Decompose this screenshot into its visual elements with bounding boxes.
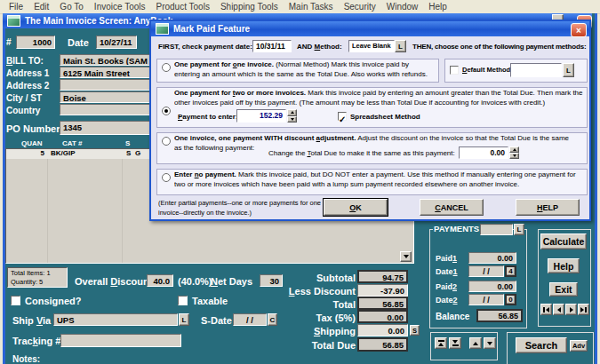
scroll-top-icon[interactable]	[435, 337, 447, 349]
scroll-down-icon[interactable]	[400, 251, 412, 262]
total-due-field: 56.85	[357, 337, 408, 352]
spinner-down-icon[interactable]	[509, 153, 519, 159]
payment-method-field[interactable]	[480, 224, 513, 235]
total-label: Total	[283, 299, 356, 310]
ship-via-field[interactable]: UPS	[53, 313, 178, 326]
option2-radio[interactable]	[162, 107, 171, 115]
change-total-due-input[interactable]: 0.00	[459, 146, 508, 159]
payment-spinner[interactable]	[287, 109, 297, 123]
tracking-field[interactable]	[60, 334, 181, 347]
consigned-label: Consigned?	[25, 296, 82, 306]
city-state-label: City / ST	[6, 93, 42, 103]
date1-field[interactable]: / /	[468, 265, 504, 277]
invoice-date-field[interactable]: 10/27/11	[96, 36, 137, 49]
menu-bar: File Edit Go To Invoice Tools Product To…	[0, 0, 600, 14]
method-dropdown[interactable]: Leave Blank	[348, 40, 395, 52]
cancel-button[interactable]: CANCEL	[420, 199, 484, 216]
overall-discount-field[interactable]: 40.0	[147, 274, 173, 287]
ship-via-lookup-button[interactable]: L	[179, 313, 189, 326]
scroll-down-btn-icon[interactable]	[484, 337, 496, 349]
spreadsheet-method-label: Spreadsheet Method	[350, 113, 420, 123]
taxable-checkbox[interactable]	[178, 296, 188, 305]
option1-radio[interactable]	[162, 63, 171, 72]
default-method-lookup-button[interactable]: L	[563, 63, 574, 77]
cell-quan: 5	[31, 149, 44, 157]
footer-note: (Enter partial payments--one or more pay…	[158, 199, 325, 218]
paid2-field[interactable]: 0.00	[468, 281, 516, 292]
spinner-up-icon[interactable]	[287, 109, 297, 116]
payment-to-enter-input[interactable]: 152.29	[236, 109, 286, 123]
shipping-s-button[interactable]: S	[410, 325, 420, 336]
menu-invoice-tools[interactable]: Invoice Tools	[89, 2, 151, 12]
calculate-button[interactable]: Calculate	[540, 233, 587, 249]
invoice-number-label: #	[6, 37, 12, 47]
first-check-label: FIRST, check payment date:	[158, 43, 252, 52]
menu-product-tools[interactable]: Product Tools	[151, 2, 215, 12]
next-record-icon[interactable]	[565, 304, 577, 315]
default-method-checkbox[interactable]	[450, 66, 459, 75]
subtotal-label: Subtotal	[283, 273, 356, 283]
shipping-field[interactable]: 0.00	[357, 324, 408, 336]
col-header-quan: QUAN	[21, 139, 43, 147]
menu-window[interactable]: Window	[381, 2, 424, 12]
bill-to-label: BILL TO:	[6, 56, 44, 66]
address2-label: Address 2	[6, 81, 49, 91]
first-record-icon[interactable]	[540, 304, 552, 315]
dialog-titlebar[interactable]: Mark Paid Feature	[151, 21, 589, 36]
menu-security[interactable]: Security	[339, 2, 381, 12]
search-button[interactable]: Search	[516, 337, 567, 353]
consigned-checkbox[interactable]	[11, 296, 20, 305]
menu-goto[interactable]: Go To	[54, 2, 89, 12]
option4-radio[interactable]	[162, 173, 171, 182]
menu-shipping-tools[interactable]: Shipping Tools	[215, 2, 284, 12]
paid1-field[interactable]: 0.00	[468, 252, 516, 264]
last-record-icon[interactable]	[578, 304, 589, 315]
change-total-spinner[interactable]	[509, 146, 519, 159]
mark-paid-dialog: Mark Paid Feature × FIRST, check payment…	[149, 20, 591, 221]
date2-button[interactable]: 0	[505, 294, 516, 305]
shipping-label: Shipping	[283, 326, 356, 336]
payment-date-input[interactable]: 10/31/11	[252, 40, 292, 52]
menu-main-tasks[interactable]: Main Tasks	[284, 2, 339, 12]
option2-text: One payment for two or more invoices. Ma…	[174, 89, 583, 108]
method-lookup-button[interactable]: L	[395, 40, 406, 52]
dialog-title: Mark Paid Feature	[173, 24, 250, 34]
balance-field: 56.85	[476, 309, 523, 322]
exit-button[interactable]: Exit	[549, 282, 578, 297]
net-days-field[interactable]: 30	[260, 274, 283, 287]
default-method-input[interactable]	[510, 63, 562, 77]
option3-radio[interactable]	[162, 137, 171, 146]
invoice-number-field[interactable]: 1000	[16, 36, 55, 49]
date2-field[interactable]: / /	[468, 294, 504, 305]
total-items-text: Total Items: 1	[11, 269, 64, 278]
search-adv-button[interactable]: Adv	[570, 340, 588, 352]
subtotal-field: 94.75	[357, 270, 408, 283]
payment-method-lookup-button[interactable]: L	[514, 224, 524, 235]
payments-legend: PAYMENTS	[433, 224, 480, 233]
date1-button[interactable]: 4	[505, 265, 516, 277]
ok-button[interactable]: OK	[324, 199, 388, 216]
menu-help[interactable]: Help	[423, 2, 452, 12]
po-number-label: PO Number	[6, 123, 60, 134]
taxable-label: Taxable	[192, 296, 228, 306]
menu-edit[interactable]: Edit	[28, 2, 54, 12]
spreadsheet-method-checkbox[interactable]	[338, 112, 347, 121]
date1-label: Date1	[436, 267, 458, 276]
less-discount-field[interactable]: -37.90	[357, 284, 408, 297]
spinner-up-icon[interactable]	[509, 146, 519, 153]
discount-percent-label: (40.0%)	[178, 276, 212, 287]
sdate-calendar-button[interactable]: C	[268, 313, 277, 326]
dialog-close-icon[interactable]: ×	[571, 23, 587, 37]
help-button-dialog[interactable]: HELP	[516, 199, 580, 216]
column-divider	[47, 149, 48, 263]
change-total-due-label: Change the Total Due to make it the same…	[268, 149, 455, 159]
scroll-up-icon[interactable]	[469, 337, 482, 349]
help-button[interactable]: Help	[548, 258, 580, 273]
spinner-down-icon[interactable]	[287, 116, 297, 123]
menu-file[interactable]: File	[4, 2, 28, 12]
sdate-field[interactable]: / /	[233, 313, 267, 326]
overall-discount-label: Overall Discount	[75, 276, 152, 287]
paid2-label: Paid2	[436, 282, 457, 291]
scroll-bottom-icon[interactable]	[449, 337, 461, 349]
prev-record-icon[interactable]	[553, 304, 564, 315]
